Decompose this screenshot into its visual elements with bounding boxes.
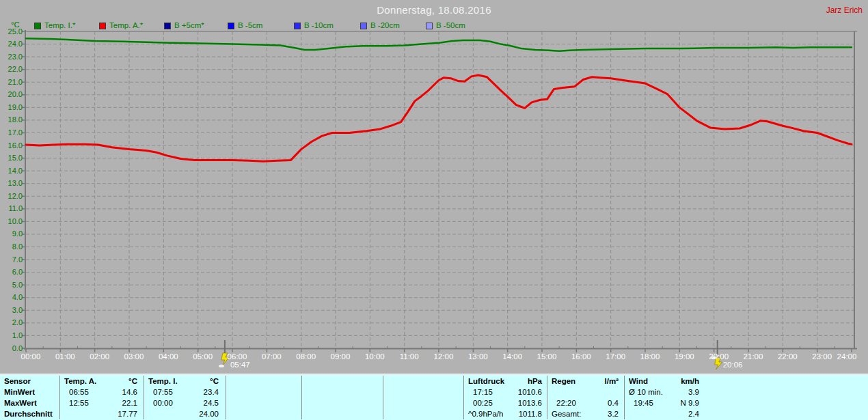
- table-group-header: Regenl/m²: [547, 376, 625, 387]
- y-tick-label: 24.0: [1, 40, 23, 48]
- cell-time: 00:25: [468, 397, 493, 408]
- x-tick-label: 10:00: [359, 352, 390, 361]
- column-header: Luftdruck: [468, 376, 504, 387]
- table-group-spacer-3: [226, 376, 302, 419]
- x-tick-label: 12:00: [428, 352, 459, 361]
- x-tick-label: 09:00: [325, 352, 356, 361]
- y-tick-label: 0.0: [1, 344, 23, 353]
- x-tick-label: 13:00: [462, 352, 493, 361]
- column-header: Temp. I.: [148, 376, 178, 387]
- cell-value: 2.4: [688, 408, 699, 419]
- cell-value: 22.1: [122, 397, 137, 408]
- y-tick-label: 16.0: [1, 141, 23, 150]
- table-data-row: 17.77: [60, 408, 144, 419]
- cell-time: Ø 10 min.: [629, 387, 663, 397]
- y-tick-label: 15.0: [1, 154, 23, 163]
- x-tick-label: 15:00: [531, 352, 562, 361]
- table-row-label: Sensor: [0, 376, 59, 387]
- x-tick-label: 11:00: [394, 352, 425, 361]
- cell-time: 06:55: [64, 387, 89, 397]
- cell-value: 17.77: [118, 408, 137, 419]
- sunset-time-label: 20:06: [723, 361, 743, 369]
- legend-color-swatch-icon: [34, 23, 41, 29]
- table-data-row: 07:5523.4: [144, 387, 226, 397]
- table-group-luftdruck: LuftdruckhPa17:151010.600:251013.6^0.9hP…: [463, 376, 547, 419]
- y-tick-label: 17.0: [1, 128, 23, 137]
- cell-time: 19:45: [629, 397, 653, 408]
- y-tick-label: 13.0: [1, 179, 23, 188]
- sunrise-time-label: 05:47: [230, 361, 250, 369]
- x-tick-label: 01:00: [49, 352, 81, 361]
- y-tick-label: 22.0: [1, 65, 23, 74]
- legend-color-swatch-icon: [164, 23, 171, 29]
- x-tick-label: 02:00: [84, 352, 116, 361]
- y-tick-label: 7.0: [1, 255, 23, 264]
- column-header: Regen: [552, 376, 575, 387]
- y-tick-label: 4.0: [1, 293, 23, 302]
- y-tick-label: 19.0: [1, 103, 23, 112]
- table-group-wind: Windkm/hØ 10 min.3.919:45N 9.92.4: [624, 376, 705, 419]
- table-data-row: 2.4: [625, 408, 705, 419]
- stats-table: SensorMinWertMaxWertDurchschnittTemp. A.…: [0, 374, 868, 420]
- x-tick-label: 17:00: [600, 352, 632, 361]
- table-data-row: 24.00: [144, 408, 226, 419]
- column-unit: °C: [128, 376, 137, 387]
- cell-time: ^0.9hPa/h: [468, 408, 503, 419]
- table-data-row: 00:251013.6: [464, 397, 547, 408]
- cell-value: 3.2: [608, 408, 619, 419]
- y-tick-label: 8.0: [1, 242, 23, 251]
- x-tick-label: 18:00: [634, 352, 666, 361]
- table-group-header: Temp. I.°C: [144, 376, 226, 387]
- y-tick-label: 1.0: [1, 331, 23, 340]
- legend-item-label: Temp. I.*: [44, 21, 75, 29]
- y-tick-label: 11.0: [1, 204, 23, 213]
- table-group-header: LuftdruckhPa: [464, 376, 547, 387]
- y-tick-label: 25.0: [1, 27, 23, 36]
- cell-value: 14.6: [122, 387, 137, 397]
- x-tick-label: 22:00: [772, 352, 803, 361]
- table-group-temp_a: Temp. A.°C06:5514.612:5522.117.77: [59, 376, 144, 419]
- x-tick-label: 19:00: [668, 352, 700, 361]
- cell-value: 1013.6: [518, 397, 542, 408]
- legend-color-swatch-icon: [294, 23, 301, 29]
- table-group-regen: Regenl/m²22:200.4Gesamt:3.2: [547, 376, 625, 419]
- x-tick-label: 03:00: [118, 352, 150, 361]
- row-label-text: MinWert: [4, 387, 35, 397]
- table-data-row: 17:151010.6: [464, 387, 547, 397]
- y-tick-label: 3.0: [1, 306, 23, 315]
- horizon-cloud-icon: [218, 365, 224, 368]
- cell-time: Gesamt:: [552, 408, 581, 419]
- table-data-row: 19:45N 9.9: [625, 397, 705, 408]
- cell-value: 1010.6: [518, 387, 542, 397]
- y-tick-label: 18.0: [1, 115, 23, 124]
- table-data-row: 22:200.4: [547, 397, 625, 408]
- legend-color-swatch-icon: [360, 23, 367, 29]
- column-header: Wind: [629, 376, 648, 387]
- x-tick-label: 05:00: [187, 352, 219, 361]
- table-group-temp_i: Temp. I.°C07:5523.400:0024.524.00: [144, 376, 226, 419]
- y-tick-label: 9.0: [1, 229, 23, 238]
- cell-value: 1011.8: [519, 408, 542, 419]
- cell-value: 0.4: [608, 397, 619, 408]
- cell-time: 00:00: [148, 397, 173, 408]
- cell-time: 17:15: [468, 387, 493, 397]
- legend-color-swatch-icon: [426, 23, 433, 29]
- cell-value: 24.00: [199, 408, 219, 419]
- weather-app-window: Donnerstag, 18.08.2016 Jarz Erich °C Tem…: [0, 0, 868, 420]
- table-data-row: 12:5522.1: [60, 397, 144, 408]
- column-header: Temp. A.: [64, 376, 96, 387]
- y-tick-label: 23.0: [1, 53, 23, 61]
- x-tick-label: 07:00: [256, 352, 287, 361]
- table-row-label: Durchschnitt: [0, 408, 59, 419]
- legend-item-label: Temp. A.*: [109, 21, 143, 29]
- table-data-row: [547, 387, 625, 397]
- y-tick-label: 5.0: [1, 281, 23, 290]
- column-unit: km/h: [681, 376, 699, 387]
- table-data-row: 00:0024.5: [144, 397, 226, 408]
- y-tick-label: 2.0: [1, 318, 23, 327]
- x-tick-label: 00:00: [15, 352, 46, 361]
- legend-item-label: B -5cm: [238, 21, 262, 29]
- legend-item-label: B -20cm: [370, 21, 400, 29]
- table-data-row: ^0.9hPa/h1011.8: [464, 408, 547, 419]
- y-tick-label: 12.0: [1, 192, 23, 201]
